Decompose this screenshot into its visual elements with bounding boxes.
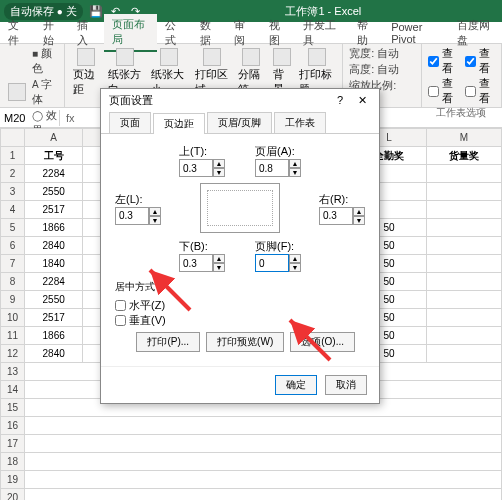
margin-footer-input[interactable] (255, 254, 289, 272)
table-row[interactable]: 19 (1, 471, 502, 489)
dialog-title: 页面设置 (109, 93, 153, 108)
height-select[interactable]: 高度: 自动 (349, 62, 415, 77)
margin-preview (200, 183, 280, 233)
margin-footer-field: 页脚(F): ▲▼ (255, 239, 301, 272)
spin-up-icon[interactable]: ▲ (213, 254, 225, 263)
headings-print-check[interactable]: 查看 (465, 76, 495, 106)
bg-icon (273, 48, 291, 66)
margin-right-input[interactable] (319, 207, 353, 225)
titles-icon (308, 48, 326, 66)
spin-down-icon[interactable]: ▼ (213, 168, 225, 177)
margins-button[interactable]: 页边距 (71, 46, 102, 99)
spin-down-icon[interactable]: ▼ (289, 168, 301, 177)
colors-button[interactable]: ■ 颜色 (32, 46, 58, 76)
preview-button[interactable]: 打印预览(W) (206, 332, 284, 352)
tab-power[interactable]: Power Pivot (383, 18, 449, 48)
spin-down-icon[interactable]: ▼ (213, 263, 225, 272)
gridlines-print-check[interactable]: 查看 (428, 76, 458, 106)
ribbon-group-themes: ■ 颜色 A 字体 ◯ 效果 主题 (0, 44, 65, 107)
ribbon-group-sheet-options: 查看 查看 查看 查看 工作表选项 (422, 44, 502, 107)
dialog-tab-margins[interactable]: 页边距 (153, 113, 205, 134)
margin-bottom-input[interactable] (179, 254, 213, 272)
options-button[interactable]: 选项(O)... (290, 332, 355, 352)
margin-left-field: 左(L): ▲▼ (115, 192, 161, 225)
spin-down-icon[interactable]: ▼ (353, 216, 365, 225)
print-button[interactable]: 打印(P)... (136, 332, 200, 352)
spin-up-icon[interactable]: ▲ (289, 159, 301, 168)
ribbon-tabs: 文件 开始 插入 页面布局 公式 数据 审阅 视图 开发工具 帮助 Power … (0, 22, 502, 44)
dialog-titlebar: 页面设置 ? ✕ (101, 89, 379, 112)
dialog-tab-sheet[interactable]: 工作表 (274, 112, 326, 133)
table-row[interactable]: 20 (1, 489, 502, 501)
group-label: 工作表选项 (428, 106, 495, 120)
breaks-icon (242, 48, 260, 66)
help-icon[interactable]: ? (331, 94, 349, 107)
margin-header-field: 页眉(A): ▲▼ (255, 144, 301, 177)
margins-icon (77, 48, 95, 66)
margin-top-input[interactable] (179, 159, 213, 177)
dialog-body: 上(T): ▲▼ 页眉(A): ▲▼ 左(L): ▲▼ 右(R): ▲▼ 下(B… (101, 134, 379, 366)
theme-icon (8, 83, 26, 101)
spin-down-icon[interactable]: ▼ (149, 216, 161, 225)
spin-up-icon[interactable]: ▲ (213, 159, 225, 168)
themes-button[interactable] (6, 81, 28, 103)
margin-right-field: 右(R): ▲▼ (319, 192, 365, 225)
name-box[interactable]: M20 (0, 110, 60, 126)
spin-down-icon[interactable]: ▼ (289, 263, 301, 272)
dialog-tabs: 页面 页边距 页眉/页脚 工作表 (101, 112, 379, 134)
center-horiz-check[interactable]: 水平(Z) (115, 298, 365, 313)
orientation-icon (116, 48, 134, 66)
center-label: 居中方式 (115, 280, 365, 294)
margin-left-input[interactable] (115, 207, 149, 225)
ok-button[interactable]: 确定 (275, 375, 317, 395)
dialog-tab-header[interactable]: 页眉/页脚 (207, 112, 272, 133)
table-row[interactable]: 16 (1, 417, 502, 435)
margin-bottom-field: 下(B): ▲▼ (179, 239, 225, 272)
headings-view-check[interactable]: 查看 (465, 46, 495, 76)
size-icon (160, 48, 178, 66)
table-row[interactable]: 17 (1, 435, 502, 453)
center-vert-check[interactable]: 垂直(V) (115, 313, 365, 328)
spin-up-icon[interactable]: ▲ (289, 254, 301, 263)
fonts-button[interactable]: A 字体 (32, 77, 58, 107)
cancel-button[interactable]: 取消 (325, 375, 367, 395)
page-setup-dialog: 页面设置 ? ✕ 页面 页边距 页眉/页脚 工作表 上(T): ▲▼ 页眉(A)… (100, 88, 380, 404)
spin-up-icon[interactable]: ▲ (149, 207, 161, 216)
margin-top-field: 上(T): ▲▼ (179, 144, 225, 177)
width-select[interactable]: 宽度: 自动 (349, 46, 415, 61)
table-row[interactable]: 18 (1, 453, 502, 471)
close-icon[interactable]: ✕ (353, 94, 371, 107)
printarea-icon (203, 48, 221, 66)
center-section: 居中方式 水平(Z) 垂直(V) (115, 280, 365, 328)
margin-header-input[interactable] (255, 159, 289, 177)
spin-up-icon[interactable]: ▲ (353, 207, 365, 216)
dialog-tab-page[interactable]: 页面 (109, 112, 151, 133)
fx-icon[interactable]: fx (60, 112, 81, 124)
gridlines-view-check[interactable]: 查看 (428, 46, 458, 76)
